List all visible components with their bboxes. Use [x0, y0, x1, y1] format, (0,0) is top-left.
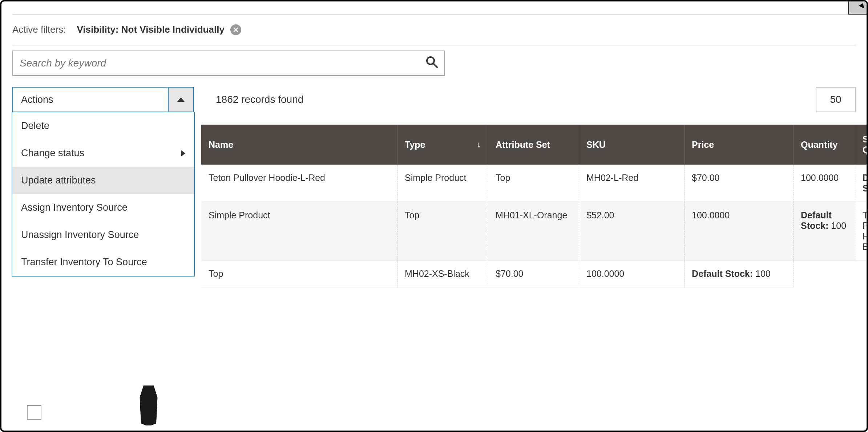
- cell-salable-quantity: Default Stock: 100: [685, 261, 794, 287]
- actions-menu-item[interactable]: Delete: [12, 112, 194, 140]
- actions-menu-item[interactable]: Change status: [12, 140, 194, 167]
- search-input[interactable]: [19, 57, 421, 69]
- menu-item-label: Update attributes: [21, 175, 96, 186]
- menu-item-label: Delete: [21, 120, 49, 132]
- top-right-tab[interactable]: [848, 1, 867, 15]
- col-type[interactable]: Type ↓: [397, 125, 488, 165]
- cell-price: $70.00: [488, 261, 579, 287]
- actions-menu-item[interactable]: Transfer Inventory To Source: [12, 249, 194, 276]
- cell-sku: MH01-XL-Orange: [488, 202, 579, 261]
- cell-quantity: 100.0000: [794, 165, 855, 202]
- search-box[interactable]: [12, 51, 445, 76]
- caret-up-icon: [177, 97, 185, 102]
- cell-name: Teton Pullover Hoodie-XS-Black: [855, 202, 868, 261]
- cell-price: $52.00: [579, 202, 685, 261]
- divider: [12, 14, 856, 15]
- actions-toggle[interactable]: [168, 88, 193, 112]
- menu-item-label: Unassign Inventory Source: [21, 229, 139, 241]
- filter-chip-visibility: Visibility: Not Visible Individually: [77, 24, 241, 35]
- actions-button-label: Actions: [13, 88, 168, 112]
- svg-line-1: [433, 64, 437, 67]
- cell-attribute-set: Top: [488, 165, 579, 202]
- cell-salable-quantity: Default Stock: 100: [794, 202, 855, 261]
- actions-menu: DeleteChange statusUpdate attributesAssi…: [12, 112, 195, 276]
- menu-item-label: Change status: [21, 148, 84, 159]
- cell-attribute-set: Top: [397, 202, 488, 261]
- divider: [12, 45, 856, 45]
- cell-type: Simple Product: [201, 202, 397, 261]
- actions-menu-item[interactable]: Assign Inventory Source: [12, 194, 194, 221]
- cell-sku: MH02-L-Red: [579, 165, 685, 202]
- actions-button[interactable]: Actions: [12, 87, 194, 112]
- col-price[interactable]: Price: [685, 125, 794, 165]
- col-name[interactable]: Name: [201, 125, 397, 165]
- close-icon[interactable]: [230, 24, 241, 35]
- cell-type: Simple Product: [397, 165, 488, 202]
- product-thumbnail: [129, 385, 169, 429]
- filter-chip-text: Visibility: Not Visible Individually: [77, 24, 224, 35]
- cell-price: $70.00: [685, 165, 794, 202]
- sort-descending-icon: ↓: [477, 140, 481, 149]
- cell-quantity: 100.0000: [685, 202, 794, 261]
- chevron-right-icon: [181, 150, 185, 157]
- col-attribute-set[interactable]: Attribute Set: [488, 125, 579, 165]
- menu-item-label: Transfer Inventory To Source: [21, 257, 147, 268]
- cell-sku: MH02-XS-Black: [397, 261, 488, 287]
- menu-item-label: Assign Inventory Source: [21, 202, 128, 213]
- records-found: 1862 records found: [216, 94, 303, 105]
- cell-salable-quantity: Default Stock: 100: [855, 165, 868, 202]
- row-checkbox[interactable]: [27, 405, 41, 420]
- active-filters-row: Active filters: Visibility: Not Visible …: [12, 20, 856, 40]
- product-grid: Name Type ↓ Attribute Set SKU Price Quan…: [201, 125, 868, 287]
- cell-quantity: 100.0000: [579, 261, 685, 287]
- col-sku[interactable]: SKU: [579, 125, 685, 165]
- actions-menu-item[interactable]: Unassign Inventory Source: [12, 221, 194, 249]
- actions-menu-item[interactable]: Update attributes: [12, 167, 194, 194]
- active-filters-label: Active filters:: [12, 24, 66, 35]
- col-salable-quantity[interactable]: Salable Quantity: [855, 125, 868, 165]
- cell-attribute-set: Top: [201, 261, 397, 287]
- col-quantity[interactable]: Quantity: [794, 125, 855, 165]
- cell-name: Teton Pullover Hoodie-L-Red: [201, 165, 397, 202]
- search-icon[interactable]: [425, 55, 438, 72]
- actions-dropdown[interactable]: Actions DeleteChange statusUpdate attrib…: [12, 87, 194, 112]
- page-size-select[interactable]: 50: [816, 87, 856, 112]
